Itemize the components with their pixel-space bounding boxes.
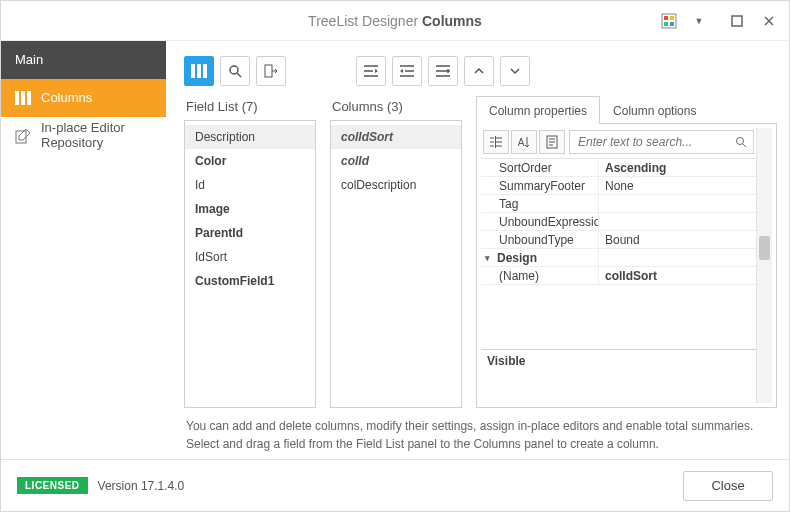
- maximize-icon[interactable]: [723, 7, 751, 35]
- sidebar-label: Columns: [41, 91, 92, 106]
- property-row[interactable]: SortOrderAscending: [481, 159, 756, 177]
- sidebar-label: In-place Editor Repository: [41, 121, 152, 151]
- move-up-button[interactable]: [464, 56, 494, 86]
- svg-rect-14: [265, 65, 272, 77]
- window-controls: ▼: [655, 1, 783, 41]
- columns-box[interactable]: colIdSortcolIdcolDescription: [330, 120, 462, 408]
- property-toolbar: A: [481, 128, 756, 156]
- export-button[interactable]: [256, 56, 286, 86]
- property-category[interactable]: Design: [481, 249, 756, 267]
- property-value[interactable]: colIdSort: [599, 267, 756, 284]
- property-value[interactable]: [599, 213, 756, 230]
- property-value[interactable]: None: [599, 177, 756, 194]
- list-item[interactable]: colId: [331, 149, 461, 173]
- indent-left-button[interactable]: [356, 56, 386, 86]
- search-button[interactable]: [220, 56, 250, 86]
- list-item[interactable]: Image: [185, 197, 315, 221]
- view-columns-button[interactable]: [184, 56, 214, 86]
- svg-rect-1: [664, 16, 668, 20]
- license-badge: LICENSED: [17, 477, 88, 494]
- sidebar-item-main[interactable]: Main: [1, 41, 166, 79]
- list-item[interactable]: Color: [185, 149, 315, 173]
- property-tabs: Column properties Column options: [476, 95, 777, 124]
- sidebar: Main Columns In-place Editor Repository: [1, 41, 166, 459]
- sidebar-label: Main: [15, 53, 43, 68]
- category-label: Design: [481, 249, 599, 266]
- property-name: UnboundType: [481, 231, 599, 248]
- body: Main Columns In-place Editor Repository: [1, 41, 789, 459]
- property-value[interactable]: Ascending: [599, 159, 756, 176]
- svg-rect-11: [197, 64, 201, 78]
- list-item[interactable]: CustomField1: [185, 269, 315, 293]
- svg-point-17: [737, 138, 744, 145]
- footer-left: LICENSED Version 17.1.4.0: [17, 477, 184, 494]
- svg-rect-2: [670, 16, 674, 20]
- svg-rect-12: [203, 64, 207, 78]
- list-item[interactable]: ParentId: [185, 221, 315, 245]
- insert-column-button[interactable]: [428, 56, 458, 86]
- svg-rect-8: [27, 91, 31, 105]
- close-icon[interactable]: [755, 7, 783, 35]
- sidebar-item-columns[interactable]: Columns: [1, 79, 166, 117]
- toolbar: [184, 51, 777, 91]
- svg-rect-9: [16, 131, 26, 143]
- list-item[interactable]: Description: [185, 125, 315, 149]
- search-input[interactable]: [576, 134, 731, 150]
- property-search[interactable]: [569, 130, 754, 154]
- field-list-title: Field List (7): [186, 99, 316, 114]
- list-item[interactable]: IdSort: [185, 245, 315, 269]
- move-down-button[interactable]: [500, 56, 530, 86]
- svg-rect-4: [670, 22, 674, 26]
- property-name: (Name): [481, 267, 599, 284]
- title-prefix: TreeList Designer: [308, 13, 418, 29]
- columns-icon: [15, 91, 31, 105]
- tab-column-properties[interactable]: Column properties: [476, 96, 600, 124]
- property-name: Tag: [481, 195, 599, 212]
- property-row[interactable]: UnboundTypeBound: [481, 231, 756, 249]
- properties-panel: Column properties Column options A: [476, 95, 777, 408]
- svg-point-13: [230, 66, 238, 74]
- property-scrollbar[interactable]: [756, 128, 772, 403]
- svg-rect-3: [664, 22, 668, 26]
- list-item[interactable]: Id: [185, 173, 315, 197]
- columns-title: Columns (3): [332, 99, 462, 114]
- search-icon: [735, 136, 747, 148]
- titlebar: TreeList Designer Columns ▼: [1, 1, 789, 41]
- alphabetical-icon[interactable]: A: [511, 130, 537, 154]
- edit-icon: [15, 128, 31, 144]
- footer: LICENSED Version 17.1.4.0 Close: [1, 459, 789, 511]
- property-row[interactable]: SummaryFooterNone: [481, 177, 756, 195]
- skin-picker-icon[interactable]: [655, 7, 683, 35]
- property-pages-icon[interactable]: [539, 130, 565, 154]
- property-row[interactable]: Tag: [481, 195, 756, 213]
- version-label: Version 17.1.4.0: [98, 479, 185, 493]
- field-list-panel: Field List (7) DescriptionColorIdImagePa…: [184, 95, 316, 408]
- property-row[interactable]: (Name)colIdSort: [481, 267, 756, 285]
- list-item[interactable]: colDescription: [331, 173, 461, 197]
- svg-rect-5: [732, 16, 742, 26]
- property-grid[interactable]: SortOrderAscendingSummaryFooterNoneTagUn…: [481, 158, 756, 349]
- tab-column-options[interactable]: Column options: [600, 96, 709, 124]
- property-description: Visible: [481, 349, 756, 403]
- svg-rect-15: [495, 136, 496, 148]
- property-row[interactable]: UnboundExpressio: [481, 213, 756, 231]
- sidebar-item-repository[interactable]: In-place Editor Repository: [1, 117, 166, 155]
- columns-panel: Columns (3) colIdSortcolIdcolDescription: [330, 95, 462, 408]
- property-name: SummaryFooter: [481, 177, 599, 194]
- property-name: SortOrder: [481, 159, 599, 176]
- skin-dropdown-icon[interactable]: ▼: [685, 7, 713, 35]
- designer-window: TreeList Designer Columns ▼ Main Columns: [0, 0, 790, 512]
- property-value[interactable]: Bound: [599, 231, 756, 248]
- list-item[interactable]: colIdSort: [331, 125, 461, 149]
- field-list-box[interactable]: DescriptionColorIdImageParentIdIdSortCus…: [184, 120, 316, 408]
- scrollbar-thumb[interactable]: [759, 236, 770, 260]
- indent-right-button[interactable]: [392, 56, 422, 86]
- panels: Field List (7) DescriptionColorIdImagePa…: [184, 95, 777, 408]
- title-section: Columns: [422, 13, 482, 29]
- property-box: A SortOrderAscendingSummaryFo: [476, 124, 777, 408]
- close-button[interactable]: Close: [683, 471, 773, 501]
- property-value[interactable]: [599, 195, 756, 212]
- categorized-icon[interactable]: [483, 130, 509, 154]
- property-name: UnboundExpressio: [481, 213, 599, 230]
- svg-rect-10: [191, 64, 195, 78]
